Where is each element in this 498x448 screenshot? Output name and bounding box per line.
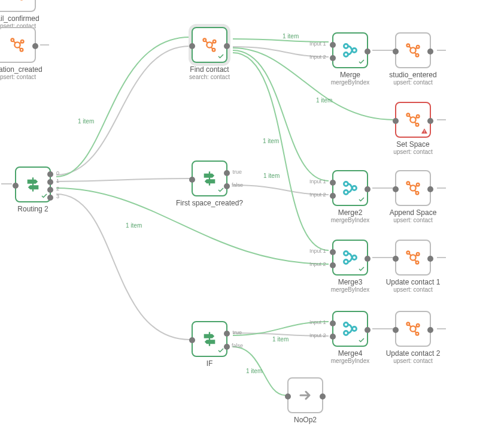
- input-port-1[interactable]: [330, 320, 336, 326]
- svg-point-38: [353, 256, 357, 260]
- node-org-created[interactable]: ization_created psert: contact: [0, 27, 36, 80]
- output-port[interactable]: [365, 256, 371, 262]
- node-find-contact[interactable]: Find contact search: contact: [192, 27, 227, 80]
- input-port[interactable]: [393, 118, 399, 124]
- node-append-space[interactable]: Append Space upsert: contact: [395, 170, 431, 223]
- output-port[interactable]: [427, 327, 433, 333]
- hubspot-icon: [405, 111, 421, 128]
- node-if[interactable]: true false IF: [192, 321, 227, 368]
- port-label: 2: [56, 186, 59, 192]
- node-title: Append Space: [377, 208, 449, 217]
- input-port[interactable]: [285, 393, 291, 399]
- output-port[interactable]: [427, 118, 433, 124]
- output-port-0[interactable]: [47, 171, 53, 177]
- input-port[interactable]: [393, 186, 399, 192]
- svg-line-23: [211, 47, 213, 50]
- input-port-1[interactable]: [330, 180, 336, 186]
- output-port[interactable]: [32, 43, 38, 49]
- output-port[interactable]: [365, 49, 371, 55]
- node-merge3[interactable]: Input 1 Input 2 Merge3 mergeByIndex: [332, 240, 368, 293]
- output-port[interactable]: [320, 393, 326, 399]
- svg-point-35: [353, 186, 357, 190]
- output-port[interactable]: [224, 43, 230, 49]
- port-label: Input 1: [309, 319, 326, 325]
- input-port[interactable]: [189, 43, 195, 49]
- svg-rect-27: [209, 332, 210, 346]
- input-port-2[interactable]: [330, 334, 336, 340]
- output-port-true[interactable]: [224, 170, 230, 176]
- node-set-space[interactable]: Set Space upsert: contact: [395, 102, 431, 155]
- input-port-1[interactable]: [330, 42, 336, 48]
- node-title: Merge2: [314, 208, 386, 217]
- input-port-2[interactable]: [330, 262, 336, 268]
- hubspot-icon: [405, 320, 421, 337]
- hubspot-icon: [405, 249, 421, 266]
- node-title: Merge3: [314, 278, 386, 286]
- input-port-2[interactable]: [330, 193, 336, 199]
- node-merge4[interactable]: Input 1 Input 2 Merge4 mergeByIndex: [332, 311, 368, 364]
- arrow-right-icon: [298, 388, 312, 402]
- svg-marker-15: [28, 180, 38, 184]
- node-update1[interactable]: Update contact 1 upsert: contact: [395, 240, 431, 293]
- svg-line-54: [415, 117, 418, 118]
- svg-line-71: [414, 260, 417, 262]
- node-title: studio_entered: [377, 71, 449, 79]
- svg-point-31: [344, 53, 348, 57]
- svg-line-11: [13, 41, 16, 43]
- node-update2[interactable]: Update contact 2 upsert: contact: [395, 311, 431, 364]
- port-label: Input 2: [309, 192, 326, 198]
- input-port[interactable]: [393, 256, 399, 262]
- node-subtitle: upsert: contact: [377, 358, 449, 364]
- node-subtitle: psert: contact: [0, 74, 54, 80]
- node-subtitle: search: contact: [174, 74, 245, 80]
- input-port[interactable]: [13, 183, 19, 189]
- check-icon: [217, 186, 224, 193]
- output-port[interactable]: [427, 186, 433, 192]
- input-port[interactable]: [189, 337, 195, 343]
- node-merge2[interactable]: Input 1 Input 2 Merge2 mergeByIndex: [332, 170, 368, 223]
- port-label: Input 2: [309, 261, 326, 267]
- node-routing2[interactable]: 0 1 2 3 Routing 2: [15, 167, 51, 213]
- svg-line-13: [19, 47, 21, 50]
- node-title: IF: [174, 359, 245, 368]
- node-subtitle: mergeByIndex: [314, 358, 386, 364]
- output-port-3[interactable]: [47, 195, 53, 201]
- port-label: 1: [56, 178, 59, 184]
- input-port[interactable]: [393, 327, 399, 333]
- output-port-false[interactable]: [224, 344, 230, 350]
- node-first-space[interactable]: true false First space_created?: [192, 161, 227, 207]
- output-port[interactable]: [427, 49, 433, 55]
- output-port[interactable]: [365, 327, 371, 333]
- input-port-2[interactable]: [330, 55, 336, 61]
- output-port-true[interactable]: [224, 331, 230, 337]
- node-merge[interactable]: Input 1 Input 2 Merge mergeByIndex: [332, 32, 368, 86]
- node-subtitle: upsert: contact: [377, 286, 449, 293]
- node-noop2[interactable]: NoOp2: [287, 377, 323, 424]
- svg-line-48: [414, 53, 417, 55]
- svg-line-64: [414, 190, 417, 193]
- input-port[interactable]: [189, 177, 195, 183]
- svg-marker-25: [204, 174, 215, 178]
- input-port-1[interactable]: [330, 249, 336, 255]
- signpost-icon: [201, 331, 218, 347]
- hubspot-icon: [405, 180, 421, 196]
- svg-line-76: [409, 325, 411, 327]
- svg-line-55: [414, 122, 417, 125]
- hubspot-icon: [201, 37, 218, 53]
- output-port[interactable]: [365, 186, 371, 192]
- node-title: Merge4: [314, 349, 386, 358]
- output-port-false[interactable]: [224, 183, 230, 189]
- output-port-1[interactable]: [47, 179, 53, 185]
- input-port[interactable]: [393, 49, 399, 55]
- edge: [56, 178, 190, 181]
- svg-rect-57: [424, 132, 425, 133]
- output-port-2[interactable]: [47, 187, 53, 193]
- svg-line-70: [415, 255, 418, 256]
- node-studio-entered[interactable]: studio_entered upsert: contact: [395, 32, 431, 86]
- output-port[interactable]: [427, 256, 433, 262]
- hubspot-icon: [9, 37, 26, 53]
- edge-label: 1 item: [263, 172, 280, 179]
- svg-line-53: [409, 116, 411, 118]
- node-email-confirmed[interactable]: ail_confirmed psert: contact: [0, 0, 36, 29]
- node-title: Find contact: [174, 65, 245, 74]
